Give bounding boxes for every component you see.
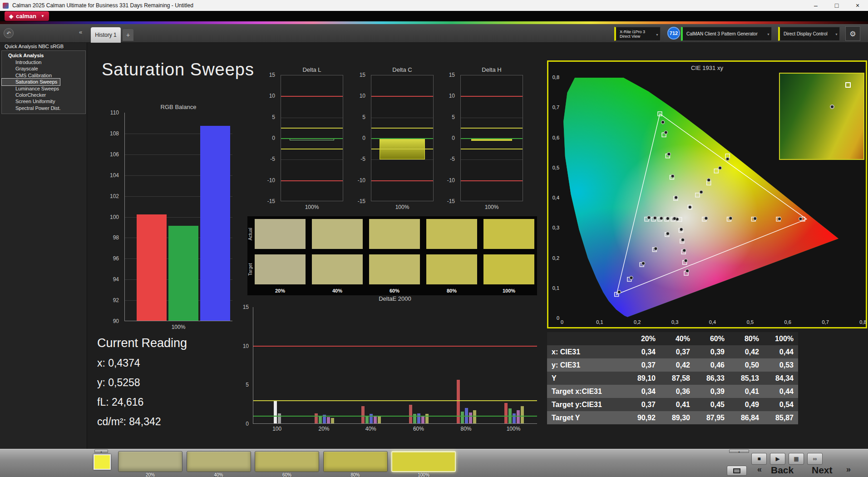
table-cell: 85,87 xyxy=(764,414,798,422)
limit-line xyxy=(371,149,433,149)
deltae-bar xyxy=(517,410,520,423)
sidebar-collapse-button[interactable]: « xyxy=(79,29,82,35)
deltae-bar xyxy=(513,413,516,423)
calman-logo-icon: ◈ xyxy=(9,13,13,20)
current-pattern-swatch[interactable] xyxy=(94,454,111,470)
x-tick: 40% xyxy=(360,426,382,432)
minimize-button[interactable]: – xyxy=(805,0,826,11)
table-cell: 0,37 xyxy=(626,361,660,369)
y-tick: 10 xyxy=(351,93,365,99)
continuous-measure-button[interactable]: ∞ xyxy=(807,453,823,465)
deltae-bar xyxy=(409,405,412,423)
pattern-display-button[interactable] xyxy=(727,466,747,476)
settings-button[interactable]: ⚙ xyxy=(845,26,860,41)
deltae-bar xyxy=(331,418,334,423)
add-tab-button[interactable]: + xyxy=(123,29,133,41)
sidebar-item-screen-uniformity[interactable]: Screen Uniformity xyxy=(2,98,85,104)
pattern-button-label: 20% xyxy=(118,472,182,477)
sidebar-item-luminance-sweeps[interactable]: Luminance Sweeps xyxy=(2,85,85,92)
tree-root-quick-analysis[interactable]: Quick Analysis xyxy=(2,52,85,59)
measured-point xyxy=(641,262,645,265)
y-tick: -5 xyxy=(351,156,365,162)
inset-target-marker xyxy=(845,82,851,88)
header-60%: 60% xyxy=(695,335,729,343)
sidebar-item-colorchecker[interactable]: ColorChecker xyxy=(2,92,85,98)
table-row: y: CIE310,370,420,460,500,53 xyxy=(547,358,798,372)
page-title: Saturation Sweeps xyxy=(102,60,254,80)
y-tick: 5 xyxy=(235,382,249,388)
table-cell: 0,42 xyxy=(660,361,695,369)
y-tick: -15 xyxy=(440,198,455,204)
chevron-down-icon: ▼ xyxy=(41,14,44,18)
swatch-label: 80% xyxy=(426,288,477,293)
tab-history-1[interactable]: History 1 xyxy=(91,27,121,43)
meter-badge[interactable]: 712 xyxy=(667,27,680,40)
x-tick: 0,3 xyxy=(669,319,681,325)
cie-y-axis: 0,80,70,60,50,40,30,20,10 xyxy=(548,78,561,318)
table-cell: 0,37 xyxy=(626,401,660,409)
next-button[interactable]: Next xyxy=(812,465,833,476)
header-100%: 100% xyxy=(764,335,798,343)
table-cell: 0,44 xyxy=(764,388,798,396)
back-button[interactable]: Back xyxy=(771,465,794,476)
chevron-down-icon: ▼ xyxy=(656,33,659,37)
pattern-generator-dropdown[interactable]: CalMAN Client 3 Pattern Generator ▼ xyxy=(681,27,772,41)
current-reading-title: Current Reading xyxy=(97,336,187,350)
display-control-dropdown[interactable]: Direct Display Control ▼ xyxy=(778,27,840,41)
pattern-button-60%[interactable] xyxy=(255,451,319,472)
table-cell: 0,54 xyxy=(764,401,798,409)
rgb-balance-y-axis: 1101081061041021009896949290 xyxy=(103,113,122,321)
rgb-balance-chart xyxy=(124,113,232,321)
limit-line xyxy=(371,180,433,181)
y-tick: 98 xyxy=(100,234,119,241)
y-tick: -5 xyxy=(261,156,275,162)
measured-point xyxy=(666,217,669,220)
table-cell: 0,42 xyxy=(729,348,764,356)
maximize-button[interactable]: □ xyxy=(826,0,847,11)
table-cell: 0,41 xyxy=(660,401,695,409)
sidebar-item-introduction[interactable]: Introduction xyxy=(2,59,85,65)
table-row: Y89,1087,5886,3385,1384,34 xyxy=(547,372,798,385)
window-controls: – □ × xyxy=(805,0,868,11)
target-swatch-40% xyxy=(312,254,363,284)
calman-menu-button[interactable]: ◈ calman ▼ xyxy=(5,11,49,21)
sidebar-item-grayscale[interactable]: Grayscale xyxy=(2,65,85,72)
deltae-bar xyxy=(365,416,369,423)
workflow-title: Quick Analysis NBC sRGB xyxy=(5,44,64,49)
pattern-button-80%[interactable] xyxy=(323,451,388,472)
pattern-button-label: 80% xyxy=(323,472,388,477)
pattern-button-100%[interactable] xyxy=(391,451,456,472)
sidebar-item-saturation-sweeps[interactable]: Saturation Sweeps xyxy=(2,79,60,85)
delta-chart-y-axis: 151050-5-10-15 xyxy=(443,75,458,201)
undo-button[interactable]: ↶ xyxy=(4,28,14,38)
swatch-label: 60% xyxy=(369,288,420,293)
delta-h-chart: Delta H 151050-5-10-15 100% xyxy=(443,66,524,213)
pattern-button-20%[interactable] xyxy=(118,451,182,472)
next-chevrons-icon[interactable]: » xyxy=(846,465,851,474)
stop-icon: ■ xyxy=(757,456,760,462)
row-label: Target y:CIE31 xyxy=(547,401,626,409)
meter-dropdown[interactable]: X-Rite i1Pro 3 Direct View ▼ xyxy=(614,27,661,41)
controls-tray-toggle[interactable]: ▴ xyxy=(729,449,749,453)
sidebar-item-spectral-power-dist-[interactable]: Spectral Power Dist. xyxy=(2,105,85,111)
x-tick: 0,5 xyxy=(744,319,756,325)
y-tick: 0 xyxy=(261,135,275,141)
row-label: y: CIE31 xyxy=(547,361,626,369)
measured-point xyxy=(647,216,651,219)
play-button[interactable]: ▶ xyxy=(770,453,785,465)
close-button[interactable]: × xyxy=(847,0,868,11)
actual-swatch-40% xyxy=(312,219,363,249)
measured-point xyxy=(718,166,721,169)
sidebar-item-cms-calibration[interactable]: CMS Calibration xyxy=(2,72,85,79)
pattern-button-40%[interactable] xyxy=(187,451,251,472)
pattern-tray-toggle[interactable]: ▴ xyxy=(94,449,108,453)
x-tick: 20% xyxy=(313,426,335,432)
rgb-balance-title: RGB Balance xyxy=(124,104,232,110)
stop-button[interactable]: ■ xyxy=(751,453,767,465)
y-tick: -15 xyxy=(261,198,275,204)
pattern-window-button[interactable]: ▦ xyxy=(789,453,804,465)
x-tick: 0,2 xyxy=(631,319,644,325)
back-chevrons-icon[interactable]: « xyxy=(757,465,762,474)
pattern-swatch-buttons: 20%40%60%80%100% xyxy=(118,451,527,477)
table-cell: 0,41 xyxy=(729,388,764,396)
